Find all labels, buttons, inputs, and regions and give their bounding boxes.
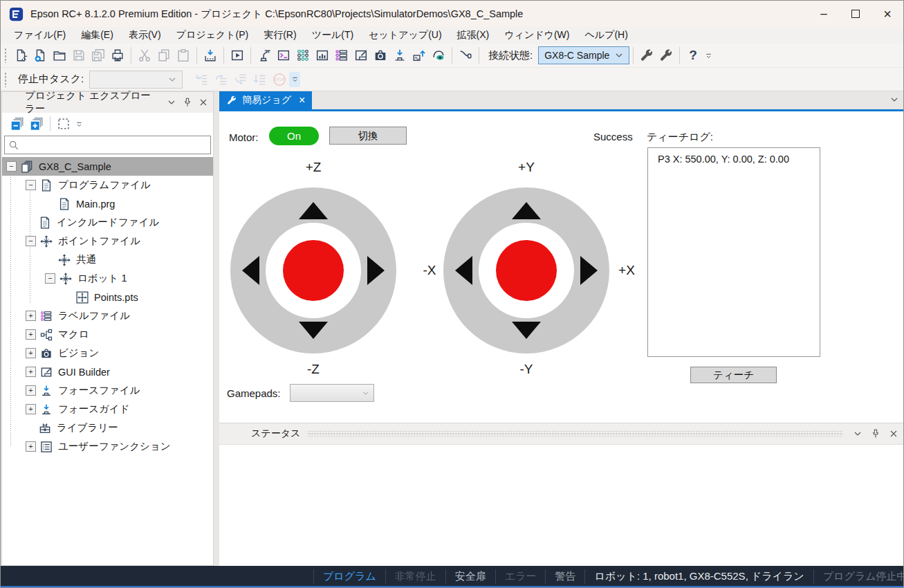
menu-window[interactable]: ウィンドウ(W) bbox=[497, 27, 577, 44]
copy-button[interactable] bbox=[154, 46, 174, 65]
help-button[interactable]: ? bbox=[683, 46, 703, 65]
jog-down-arrow[interactable] bbox=[299, 322, 328, 339]
panel-drag-handle[interactable] bbox=[307, 431, 843, 437]
tree-row-user-functions[interactable]: ユーザーファンクション bbox=[2, 437, 213, 456]
select-mode-button[interactable] bbox=[54, 114, 73, 134]
menu-view[interactable]: 表示(V) bbox=[121, 27, 169, 44]
tree-row-point-files[interactable]: ポイントファイル bbox=[2, 232, 213, 250]
run-to-cursor-button[interactable] bbox=[250, 70, 270, 89]
maximize-button[interactable] bbox=[840, 1, 871, 27]
minimize-button[interactable]: – bbox=[808, 1, 840, 27]
cut-button[interactable] bbox=[135, 46, 154, 65]
menu-help[interactable]: ヘルプ(H) bbox=[577, 27, 635, 44]
force-monitor-button[interactable] bbox=[390, 46, 409, 65]
gamepads-dropdown[interactable] bbox=[290, 384, 374, 402]
command-window-button[interactable] bbox=[274, 46, 293, 65]
tree-row-points-pts[interactable]: Points.pts bbox=[2, 288, 213, 306]
tree-row-label-files[interactable]: ラベルファイル bbox=[2, 306, 213, 325]
teach-button[interactable]: ティーチ bbox=[690, 367, 777, 383]
toolbar-grip[interactable] bbox=[4, 72, 7, 87]
jog-left-arrow[interactable] bbox=[455, 256, 472, 285]
panel-close-button[interactable] bbox=[197, 95, 210, 110]
run-window-button[interactable] bbox=[228, 46, 247, 65]
print-button[interactable] bbox=[108, 46, 127, 65]
tree-row-main-prg[interactable]: Main.prg bbox=[2, 194, 213, 213]
menu-project[interactable]: プロジェクト(P) bbox=[169, 27, 257, 44]
panel-menu-button[interactable] bbox=[165, 95, 178, 110]
expander-icon[interactable] bbox=[26, 385, 36, 396]
expander-icon[interactable] bbox=[26, 311, 36, 321]
simulator-button[interactable] bbox=[429, 46, 448, 65]
statusbar-robot-info[interactable]: ロボット: 1, robot1, GX8-C552S, ドライラン bbox=[584, 569, 813, 584]
project-wrench-button[interactable] bbox=[637, 46, 656, 65]
expander-icon[interactable] bbox=[26, 404, 36, 414]
menu-file[interactable]: ファイル(F) bbox=[6, 27, 73, 44]
menu-extensions[interactable]: 拡張(X) bbox=[450, 27, 497, 44]
jog-up-arrow[interactable] bbox=[512, 202, 541, 219]
expander-icon[interactable] bbox=[26, 180, 36, 190]
toolbar-grip[interactable] bbox=[4, 48, 7, 63]
menu-setup[interactable]: セットアップ(U) bbox=[361, 27, 449, 44]
expander-icon[interactable] bbox=[26, 236, 36, 246]
tree-row-force-guide[interactable]: フォースガイド bbox=[2, 400, 213, 419]
tree-row-common[interactable]: 共通 bbox=[2, 250, 213, 269]
pc-connection-button[interactable] bbox=[456, 46, 475, 65]
tree-row-robot1[interactable]: ロボット 1 bbox=[2, 269, 213, 288]
halted-tasks-dropdown[interactable] bbox=[89, 71, 183, 89]
tree-row-include-files[interactable]: インクルードファイル bbox=[2, 213, 213, 232]
panel-pin-button[interactable] bbox=[868, 426, 883, 441]
jog-center-button[interactable] bbox=[496, 240, 557, 301]
menu-run[interactable]: 実行(R) bbox=[256, 27, 304, 44]
expander-icon[interactable] bbox=[6, 161, 17, 172]
build-button[interactable] bbox=[201, 46, 220, 65]
expander-icon[interactable] bbox=[26, 441, 36, 452]
motor-toggle-button[interactable]: 切換 bbox=[329, 127, 407, 145]
toolbar-overflow-button[interactable] bbox=[289, 72, 300, 87]
menu-edit[interactable]: 編集(E) bbox=[73, 27, 121, 44]
panel-pin-button[interactable] bbox=[181, 95, 194, 110]
jog-up-arrow[interactable] bbox=[299, 202, 328, 219]
step-out-button[interactable] bbox=[231, 70, 250, 89]
vision-button[interactable] bbox=[371, 46, 390, 65]
step-into-button[interactable] bbox=[192, 70, 212, 89]
connection-dropdown[interactable]: GX8-C Sample bbox=[538, 46, 629, 64]
io-monitor-button[interactable] bbox=[293, 46, 313, 65]
tree-row-macros[interactable]: マクロ bbox=[2, 325, 213, 344]
tab-close-icon[interactable]: × bbox=[299, 94, 305, 107]
expand-all-button[interactable] bbox=[27, 114, 46, 134]
io-label-editor-button[interactable] bbox=[332, 46, 351, 65]
tree-row-project[interactable]: GX8_C_Sample bbox=[2, 157, 213, 176]
tab-simple-jog[interactable]: 簡易ジョグ × bbox=[219, 91, 312, 109]
task-manager-button[interactable] bbox=[313, 46, 332, 65]
jog-right-arrow[interactable] bbox=[580, 256, 598, 285]
toolbar-overflow-button[interactable] bbox=[73, 116, 84, 131]
force-guide-button[interactable] bbox=[409, 46, 429, 65]
tree-row-vision[interactable]: ビジョン bbox=[2, 344, 213, 362]
step-over-button[interactable] bbox=[212, 70, 231, 89]
jog-left-arrow[interactable] bbox=[242, 256, 259, 285]
expander-icon[interactable] bbox=[26, 348, 36, 358]
jog-right-arrow[interactable] bbox=[367, 256, 385, 285]
save-all-button[interactable] bbox=[89, 46, 108, 65]
search-input[interactable] bbox=[22, 138, 210, 153]
gui-builder-button[interactable] bbox=[351, 46, 371, 65]
tree-row-force-files[interactable]: フォースファイル bbox=[2, 381, 213, 400]
panel-menu-button[interactable] bbox=[850, 426, 865, 441]
tab-list-chevron-icon[interactable] bbox=[889, 94, 900, 105]
open-project-button[interactable] bbox=[50, 46, 69, 65]
system-wrench-button[interactable] bbox=[656, 46, 676, 65]
jog-down-arrow[interactable] bbox=[512, 322, 541, 339]
new-project-button[interactable] bbox=[11, 46, 30, 65]
stop-all-tasks-button[interactable] bbox=[270, 70, 289, 89]
teach-log-list[interactable]: P3 X: 550.00, Y: 0.00, Z: 0.00 bbox=[647, 147, 820, 357]
tree-row-program-files[interactable]: プログラムファイル bbox=[2, 176, 213, 194]
close-button[interactable]: × bbox=[871, 1, 903, 27]
save-button[interactable] bbox=[69, 46, 89, 65]
tree-row-gui-builder[interactable]: GUI Builder bbox=[2, 362, 213, 381]
tree-row-library[interactable]: ライブラリー bbox=[2, 419, 213, 437]
motor-on-button[interactable]: On bbox=[269, 127, 319, 145]
panel-close-button[interactable] bbox=[886, 426, 901, 441]
robot-manager-button[interactable] bbox=[255, 46, 274, 65]
new-file-button[interactable] bbox=[30, 46, 50, 65]
jog-center-button[interactable] bbox=[283, 240, 344, 301]
